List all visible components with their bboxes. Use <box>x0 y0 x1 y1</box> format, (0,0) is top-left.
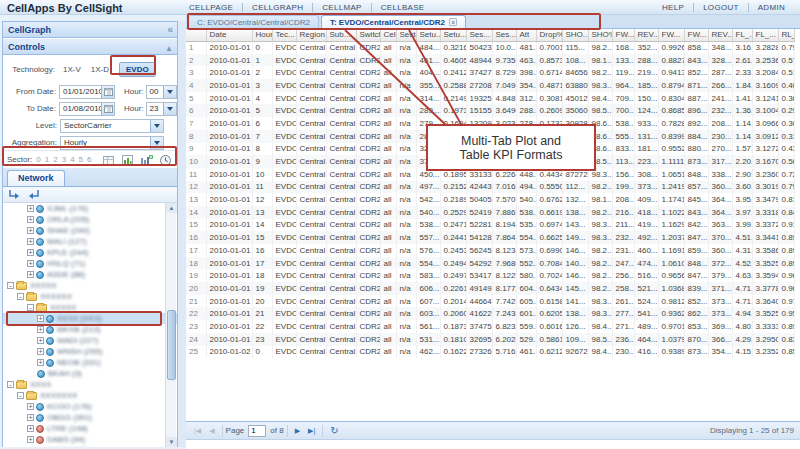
column-header[interactable]: Ses... <box>492 29 516 41</box>
technology-option-evdo[interactable]: EVDO <box>119 62 156 77</box>
column-header[interactable]: Tec... <box>272 29 296 41</box>
page-input[interactable] <box>248 425 266 437</box>
table-row[interactable]: 62010-01-015EVDOCentralCentralCDR2alln/a… <box>186 104 794 117</box>
tree-expander-icon[interactable]: + <box>37 326 44 333</box>
table-row[interactable]: 152010-01-0114EVDOCentralCentralCDR2alln… <box>186 219 794 232</box>
tree-node[interactable]: +MKXB (213) <box>3 324 177 335</box>
table-row[interactable]: 42010-01-013EVDOCentralCentralCDR2alln/a… <box>186 79 794 92</box>
tree-scrollbar[interactable]: ▲ ▼ <box>165 203 176 447</box>
tree-node[interactable]: +LTRE (198) <box>3 423 177 434</box>
column-header[interactable]: Hour <box>252 29 272 41</box>
next-page-icon[interactable]: ▶ <box>291 427 304 435</box>
tree-expander-icon[interactable]: + <box>37 359 44 366</box>
tree-expander-icon[interactable]: + <box>27 271 34 278</box>
to-date-input[interactable]: 01/08/2010 <box>59 102 115 116</box>
sector-digit-0[interactable]: 0 <box>36 155 40 164</box>
scroll-up-icon[interactable]: ▲ <box>166 203 177 213</box>
tree-node[interactable]: -XXXX <box>3 379 177 390</box>
tree-node[interactable]: -XXXXX <box>3 280 177 291</box>
table-row[interactable]: 142010-01-0113EVDOCentralCentralCDR2alln… <box>186 206 794 219</box>
from-date-input[interactable]: 01/01/2010 <box>59 85 115 99</box>
tree-node[interactable]: +MALI (127) <box>3 236 177 247</box>
table-row[interactable]: 172010-01-0116EVDOCentralCentralCDR2alln… <box>186 244 794 257</box>
tree-expander-icon[interactable]: + <box>27 425 34 432</box>
column-header[interactable]: FL_... <box>752 29 778 41</box>
refresh-icon[interactable]: ↻ <box>326 425 342 436</box>
tree-node[interactable]: +DABS (94) <box>3 434 177 445</box>
tree-node[interactable]: +OBGG (391) <box>3 412 177 423</box>
tree-expander-icon[interactable]: + <box>27 216 34 223</box>
tree-expander-icon[interactable]: - <box>17 392 24 399</box>
tree-node[interactable]: +ORLA (205) <box>3 214 177 225</box>
tree-node[interactable]: -XXXXXX <box>3 291 177 302</box>
close-tab-icon[interactable]: x <box>449 18 457 26</box>
sector-digit-1[interactable]: 1 <box>45 155 49 164</box>
add-chart-icon[interactable] <box>140 153 153 166</box>
column-header[interactable]: Ses... <box>466 29 492 41</box>
tree-expander-icon[interactable]: + <box>27 205 34 212</box>
sector-digit-4[interactable]: 4 <box>70 155 74 164</box>
table-row[interactable]: 132010-01-0112EVDOCentralCentralCDR2alln… <box>186 193 794 206</box>
tree-expander-icon[interactable]: + <box>27 436 34 443</box>
tree-node[interactable]: +WADI (227) <box>3 335 177 346</box>
tree-node[interactable]: +CCRE (203) <box>3 445 177 447</box>
calendar-icon[interactable] <box>101 86 114 98</box>
column-header[interactable]: Sub... <box>326 29 356 41</box>
calendar-icon[interactable] <box>101 103 114 115</box>
scroll-down-icon[interactable]: ▼ <box>166 437 177 447</box>
first-page-icon[interactable]: |◀ <box>190 427 205 435</box>
tree-node[interactable]: +KCOO (176) <box>3 401 177 412</box>
table-row[interactable]: 232010-01-0122EVDOCentralCentralCDR2alln… <box>186 320 794 333</box>
tree-expander-icon[interactable]: + <box>37 348 44 355</box>
tree-expander-icon[interactable]: + <box>27 403 34 410</box>
aggregation-select[interactable]: Hourly <box>60 136 164 150</box>
column-header[interactable]: SHO... <box>562 29 588 41</box>
table-row[interactable]: 122010-01-0111EVDOCentralCentralCDR2alln… <box>186 181 794 194</box>
tree-expander-icon[interactable]: + <box>27 249 34 256</box>
level-select[interactable]: SectorCarrier <box>60 119 164 133</box>
tab-chart-view[interactable]: C: EVDO/Central/Central/CDR2 <box>188 15 319 28</box>
sector-digit-6[interactable]: 6 <box>87 155 91 164</box>
table-row[interactable]: 212010-01-0120EVDOCentralCentralCDR2alln… <box>186 295 794 308</box>
column-header[interactable]: Date <box>206 29 252 41</box>
panel-splitter[interactable] <box>178 21 186 447</box>
tree-expander-icon[interactable]: - <box>17 293 24 300</box>
clock-icon[interactable] <box>159 153 172 166</box>
top-nav-item-logout[interactable]: LOGOUT <box>694 3 748 12</box>
collapse-panel-icon[interactable]: « <box>167 22 173 38</box>
table-row[interactable]: 222010-01-0121EVDOCentralCentralCDR2alln… <box>186 307 794 320</box>
to-hour-select[interactable]: 23 <box>146 102 177 116</box>
last-page-icon[interactable]: ▶| <box>304 427 319 435</box>
chevron-down-icon[interactable] <box>163 86 176 98</box>
tree-node[interactable]: -XXXXX <box>3 302 177 313</box>
tree-expander-icon[interactable]: + <box>27 260 34 267</box>
column-header[interactable]: Cell <box>380 29 396 41</box>
chart-green-icon[interactable] <box>121 153 134 166</box>
tab-table-view[interactable]: T: EVDO/Central/Central/CDR2x <box>321 15 466 28</box>
column-header[interactable]: Setu... <box>440 29 466 41</box>
tree-node[interactable]: +SHAE (240) <box>3 225 177 236</box>
collapse-all-icon[interactable] <box>27 186 40 204</box>
tree-expander-icon[interactable]: - <box>27 304 34 311</box>
technology-option-1xd[interactable]: 1X-D <box>91 65 109 74</box>
sector-digit-3[interactable]: 3 <box>62 155 66 164</box>
chevron-down-icon[interactable] <box>150 120 163 132</box>
column-header[interactable]: SHO% <box>588 29 612 41</box>
top-nav-item-cellbase[interactable]: CELLBASE <box>372 3 434 12</box>
top-nav-item-admin[interactable]: ADMIN <box>749 3 794 12</box>
prev-page-icon[interactable]: ◀ <box>205 427 218 435</box>
tree-node[interactable]: +WNSH (255) <box>3 346 177 357</box>
tree-expander-icon[interactable]: + <box>27 238 34 245</box>
top-nav-item-cellgraph[interactable]: CELLGRAPH <box>243 3 312 12</box>
from-hour-select[interactable]: 00 <box>146 85 177 99</box>
table-icon[interactable] <box>102 153 115 166</box>
column-header[interactable]: Switch <box>356 29 380 41</box>
expand-all-icon[interactable] <box>8 186 21 204</box>
table-row[interactable]: 12010-01-010EVDOCentralCentralCDR2alln/a… <box>186 41 794 54</box>
column-header[interactable]: REV... <box>634 29 658 41</box>
table-row[interactable]: 202010-01-0119EVDOCentralCentralCDR2alln… <box>186 282 794 295</box>
tree-node[interactable]: +KPLE (244) <box>3 247 177 258</box>
table-row[interactable]: 22010-01-011EVDOCentralCentralCDR2alln/a… <box>186 54 794 67</box>
technology-option-1xv[interactable]: 1X-V <box>63 65 81 74</box>
column-header[interactable]: FW... <box>658 29 684 41</box>
